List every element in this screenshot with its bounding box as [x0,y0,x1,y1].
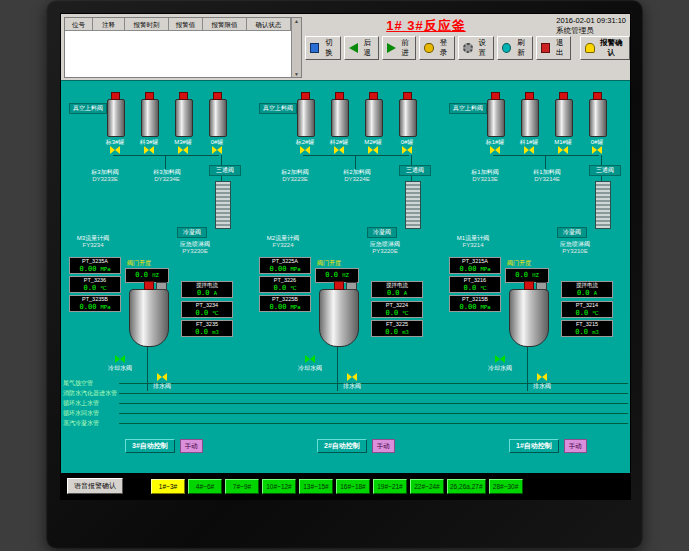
feed-tank[interactable] [331,99,349,137]
auto-control-button[interactable]: 3#自动控制 [125,439,175,453]
toolbar-button-label: 前进 [399,38,412,58]
feed-tank[interactable] [107,99,125,137]
feed-tank[interactable] [209,99,227,137]
control-group: 3#自动控制手动 [125,439,203,453]
instrument-value: 0.0 [195,309,208,317]
voice-alarm-ack-button[interactable]: 语音报警确认 [67,478,123,494]
drain-valve-icon[interactable] [537,373,547,381]
valve-icon[interactable] [212,146,222,154]
instrument-tag: FT_3235 [182,321,232,328]
instrument-tag: PT_3214 [562,302,612,309]
toolbar-button-settings[interactable]: 设置 [458,36,494,60]
feed-tank[interactable] [589,99,607,137]
cooling-valve-icon[interactable] [115,355,125,363]
feed-tank[interactable] [521,99,539,137]
valve-opening-label: 阀门开度 [507,260,531,266]
page-button-4[interactable]: 10#~12# [262,479,296,494]
page-button-5[interactable]: 13#~15# [299,479,333,494]
instrument-tag: PT_3235A [70,258,120,265]
tank-label: 科1#罐 [512,139,546,145]
alarm-scrollbar[interactable]: ▲ ▼ [291,18,301,77]
condenser-column [405,181,421,229]
feed-valve-name: 标2加料阀 [265,169,325,176]
feed-tank[interactable] [555,99,573,137]
valve-icon[interactable] [558,146,568,154]
instrument-value: 0.0 [195,328,208,336]
feed-tank[interactable] [297,99,315,137]
feed-tank[interactable] [399,99,417,137]
reactor-vessel[interactable] [129,289,169,347]
toolbar-button-label: 退出 [553,38,567,58]
drain-valve-icon[interactable] [157,373,167,381]
cooling-valve-icon[interactable] [495,355,505,363]
valve-icon[interactable] [592,146,602,154]
manual-mode-badge[interactable]: 手动 [372,439,395,453]
toolbar-button-exit[interactable]: 退出 [536,36,572,60]
instrument-tag: PT_3215A [450,258,500,265]
alarm-table-header: 位号注释报警时刻报警值报警限值确认状态 [65,18,301,31]
toolbar-button-forward[interactable]: 前进 [382,36,417,60]
flow-valve-name: M3流量计阀 [69,235,117,242]
feed-valve-tag: DY3213E [455,176,515,183]
reactor-vessel[interactable] [319,289,359,347]
auto-control-button[interactable]: 2#自动控制 [317,439,367,453]
manual-mode-badge[interactable]: 手动 [180,439,203,453]
feed-valve-label: 科2加料阀 DY3224E [327,169,387,183]
feed-valve-label: 标1加料阀 DY3213E [455,169,515,183]
cooling-valve-label: 冷却水阀 [283,365,337,372]
page-button-8[interactable]: 22#~24# [410,479,444,494]
feed-valve-name: 科2加料阀 [327,169,387,176]
feed-valve-name: 科3加料阀 [137,169,197,176]
valve-icon[interactable] [334,146,344,154]
switch-icon [310,43,319,53]
instrument-value: 0.00 [269,265,286,273]
toolbar-button-back[interactable]: 后退 [344,36,379,60]
valve-icon[interactable] [144,146,154,154]
auto-control-button[interactable]: 1#自动控制 [509,439,559,453]
reactor-group-1: 真空上料阀 标1#罐 科1#罐 M1#罐 0#罐 标1加料阀 DY3213E 科… [449,85,630,435]
valve-icon[interactable] [178,146,188,154]
opening-value: 0.0 [515,271,528,279]
alarm-column-header: 位号 [65,18,93,31]
instrument-tag: PT_3236 [70,277,120,284]
valve-icon[interactable] [524,146,534,154]
login-icon [424,43,433,53]
stir-current-unit: A [404,290,407,296]
cooling-valve-icon[interactable] [305,355,315,363]
page-button-9[interactable]: 26,26a,27# [447,479,486,494]
scroll-up-icon[interactable]: ▲ [294,18,299,24]
reactor-vessel[interactable] [509,289,549,347]
toolbar-button-label: 切换 [322,38,336,58]
scroll-down-icon[interactable]: ▼ [294,71,299,77]
page-button-6[interactable]: 16#~18# [336,479,370,494]
alarm-table[interactable]: 位号注释报警时刻报警值报警限值确认状态 ▲ ▼ [64,17,302,78]
manual-mode-badge[interactable]: 手动 [564,439,587,453]
condense-valve-label: 冷凝阀 [177,227,207,238]
tank-label: 0#罐 [200,139,234,145]
instrument-box: PT_3236 0.0 ℃ [69,276,121,293]
page-button-1[interactable]: 1#~3# [151,479,185,494]
valve-icon[interactable] [368,146,378,154]
toolbar-button-switch[interactable]: 切换 [305,36,341,60]
page-button-3[interactable]: 7#~9# [225,479,259,494]
feed-tank[interactable] [141,99,159,137]
feed-tank[interactable] [175,99,193,137]
feed-tank[interactable] [365,99,383,137]
toolbar-button-refresh[interactable]: 刷新 [497,36,533,60]
stir-current-value: 0.0 [197,289,210,297]
page-button-2[interactable]: 4#~6# [188,479,222,494]
drain-valve-icon[interactable] [347,373,357,381]
valve-icon[interactable] [110,146,120,154]
page-button-10[interactable]: 28#~30# [489,479,523,494]
exit-icon [541,43,550,53]
alarm-column-header: 注释 [93,18,125,31]
page-button-7[interactable]: 19#~21# [373,479,407,494]
bottom-bar: 语音报警确认 1#~3#4#~6#7#~9#10#~12#13#~15#16#~… [61,473,630,499]
feed-tank[interactable] [487,99,505,137]
valve-icon[interactable] [490,146,500,154]
alarm-ack-button[interactable]: 报警确认 [580,36,630,60]
valve-icon[interactable] [402,146,412,154]
valve-icon[interactable] [300,146,310,154]
toolbar-button-login[interactable]: 登录 [419,36,455,60]
instrument-unit: m3 [212,329,219,335]
